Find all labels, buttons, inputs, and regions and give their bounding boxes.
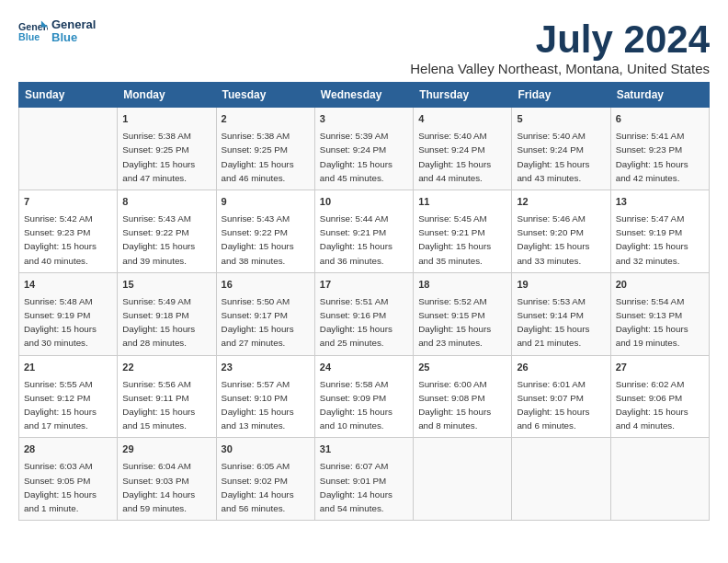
calendar-body: 1Sunrise: 5:38 AMSunset: 9:25 PMDaylight… xyxy=(19,108,710,521)
calendar-cell: 28Sunrise: 6:03 AMSunset: 9:05 PMDayligh… xyxy=(19,438,118,521)
cell-info: Sunrise: 6:07 AM xyxy=(320,461,389,471)
cell-info: Daylight: 15 hours xyxy=(517,159,589,169)
cell-info: Sunset: 9:25 PM xyxy=(222,144,288,155)
cell-info: and 54 minutes. xyxy=(320,503,384,513)
cell-info: Daylight: 15 hours xyxy=(418,324,491,334)
cell-info: Daylight: 15 hours xyxy=(222,407,294,417)
cell-info: and 6 minutes. xyxy=(517,420,575,431)
calendar-cell: 30Sunrise: 6:05 AMSunset: 9:02 PMDayligh… xyxy=(216,438,314,521)
day-number: 4 xyxy=(418,112,506,127)
cell-info: Daylight: 15 hours xyxy=(517,324,589,334)
calendar-cell: 25Sunrise: 6:00 AMSunset: 9:08 PMDayligh… xyxy=(414,355,512,438)
cell-info: Sunset: 9:16 PM xyxy=(320,310,386,320)
cell-info: Sunrise: 5:57 AM xyxy=(222,379,290,389)
calendar-cell: 8Sunrise: 5:43 AMSunset: 9:22 PMDaylight… xyxy=(118,190,216,273)
cell-info: Sunrise: 6:04 AM xyxy=(122,461,191,471)
cell-info: and 56 minutes. xyxy=(222,503,286,513)
calendar-cell: 5Sunrise: 5:40 AMSunset: 9:24 PMDaylight… xyxy=(512,108,610,190)
cell-info: Daylight: 15 hours xyxy=(320,324,392,334)
cell-info: Sunset: 9:24 PM xyxy=(320,144,386,155)
cell-info: Daylight: 14 hours xyxy=(222,489,294,500)
cell-info: and 43 minutes. xyxy=(517,173,581,183)
month-year-title: July 2024 xyxy=(410,18,710,61)
calendar-cell: 22Sunrise: 5:56 AMSunset: 9:11 PMDayligh… xyxy=(118,355,216,438)
calendar-week-row: 28Sunrise: 6:03 AMSunset: 9:05 PMDayligh… xyxy=(19,438,710,521)
cell-info: Daylight: 15 hours xyxy=(24,241,97,251)
cell-info: and 33 minutes. xyxy=(517,256,581,266)
calendar-cell: 1Sunrise: 5:38 AMSunset: 9:25 PMDaylight… xyxy=(118,108,216,190)
cell-info: Sunrise: 5:40 AM xyxy=(517,131,586,141)
day-number: 3 xyxy=(320,112,408,127)
weekday-header-cell: Tuesday xyxy=(216,83,314,108)
cell-info: Sunrise: 5:53 AM xyxy=(517,296,586,306)
cell-info: Sunrise: 5:49 AM xyxy=(122,296,191,306)
cell-info: and 30 minutes. xyxy=(24,338,88,348)
cell-info: Sunrise: 5:52 AM xyxy=(418,296,487,306)
cell-info: Daylight: 15 hours xyxy=(616,407,688,417)
location-title: Helena Valley Northeast, Montana, United… xyxy=(410,61,710,76)
logo: General Blue General Blue xyxy=(18,18,96,45)
cell-info: and 13 minutes. xyxy=(222,420,286,431)
cell-info: Sunset: 9:23 PM xyxy=(24,227,90,237)
cell-info: Daylight: 15 hours xyxy=(24,407,97,417)
cell-info: Sunrise: 5:38 AM xyxy=(222,131,290,141)
calendar-cell: 29Sunrise: 6:04 AMSunset: 9:03 PMDayligh… xyxy=(118,438,216,521)
calendar-cell: 31Sunrise: 6:07 AMSunset: 9:01 PMDayligh… xyxy=(314,438,413,521)
day-number: 26 xyxy=(517,361,605,375)
svg-text:Blue: Blue xyxy=(18,31,40,42)
cell-info: Sunset: 9:24 PM xyxy=(418,144,484,155)
calendar-cell: 10Sunrise: 5:44 AMSunset: 9:21 PMDayligh… xyxy=(314,190,413,273)
weekday-header-row: SundayMondayTuesdayWednesdayThursdayFrid… xyxy=(19,83,710,108)
cell-info: Sunset: 9:09 PM xyxy=(320,393,386,403)
cell-info: and 44 minutes. xyxy=(418,173,483,183)
cell-info: Daylight: 15 hours xyxy=(222,324,294,334)
calendar-cell: 4Sunrise: 5:40 AMSunset: 9:24 PMDaylight… xyxy=(414,108,512,190)
cell-info: Daylight: 15 hours xyxy=(122,324,195,334)
cell-info: Sunset: 9:22 PM xyxy=(222,227,288,237)
day-number: 28 xyxy=(24,442,112,457)
day-number: 25 xyxy=(418,361,506,375)
calendar-week-row: 14Sunrise: 5:48 AMSunset: 9:19 PMDayligh… xyxy=(19,272,710,355)
cell-info: Sunset: 9:24 PM xyxy=(517,144,583,155)
cell-info: Daylight: 15 hours xyxy=(517,241,589,251)
cell-info: Sunset: 9:02 PM xyxy=(222,476,288,486)
calendar-cell: 16Sunrise: 5:50 AMSunset: 9:17 PMDayligh… xyxy=(216,272,314,355)
calendar-cell: 23Sunrise: 5:57 AMSunset: 9:10 PMDayligh… xyxy=(216,355,314,438)
cell-info: and 23 minutes. xyxy=(418,338,483,348)
cell-info: Sunset: 9:17 PM xyxy=(222,310,288,320)
cell-info: Daylight: 15 hours xyxy=(122,241,195,251)
calendar-cell: 15Sunrise: 5:49 AMSunset: 9:18 PMDayligh… xyxy=(118,272,216,355)
day-number: 21 xyxy=(24,361,112,375)
cell-info: Sunset: 9:23 PM xyxy=(616,144,682,155)
cell-info: and 59 minutes. xyxy=(122,503,187,513)
cell-info: Daylight: 15 hours xyxy=(616,159,688,169)
day-number: 12 xyxy=(517,195,605,210)
cell-info: Sunrise: 5:58 AM xyxy=(320,379,389,389)
calendar-week-row: 1Sunrise: 5:38 AMSunset: 9:25 PMDaylight… xyxy=(19,108,710,190)
cell-info: and 42 minutes. xyxy=(616,173,680,183)
day-number: 9 xyxy=(222,195,310,210)
weekday-header-cell: Sunday xyxy=(19,83,118,108)
weekday-header-cell: Friday xyxy=(512,83,610,108)
cell-info: and 21 minutes. xyxy=(517,338,581,348)
weekday-header-cell: Wednesday xyxy=(314,83,413,108)
calendar-cell: 20Sunrise: 5:54 AMSunset: 9:13 PMDayligh… xyxy=(610,272,709,355)
cell-info: Daylight: 15 hours xyxy=(320,241,392,251)
cell-info: Sunrise: 6:03 AM xyxy=(24,461,93,471)
cell-info: Daylight: 15 hours xyxy=(616,241,688,251)
cell-info: Sunrise: 5:40 AM xyxy=(418,131,487,141)
day-number: 19 xyxy=(517,278,605,293)
cell-info: Sunrise: 6:01 AM xyxy=(517,379,586,389)
cell-info: and 4 minutes. xyxy=(616,420,675,431)
cell-info: and 19 minutes. xyxy=(616,338,680,348)
cell-info: and 32 minutes. xyxy=(616,256,680,266)
cell-info: and 27 minutes. xyxy=(222,338,286,348)
cell-info: Sunset: 9:14 PM xyxy=(517,310,583,320)
cell-info: Daylight: 15 hours xyxy=(24,324,97,334)
cell-info: Daylight: 15 hours xyxy=(320,159,392,169)
day-number: 6 xyxy=(616,112,704,127)
cell-info: Daylight: 15 hours xyxy=(418,159,491,169)
calendar-cell xyxy=(19,108,118,190)
cell-info: Sunset: 9:13 PM xyxy=(616,310,682,320)
cell-info: Sunrise: 6:00 AM xyxy=(418,379,487,389)
